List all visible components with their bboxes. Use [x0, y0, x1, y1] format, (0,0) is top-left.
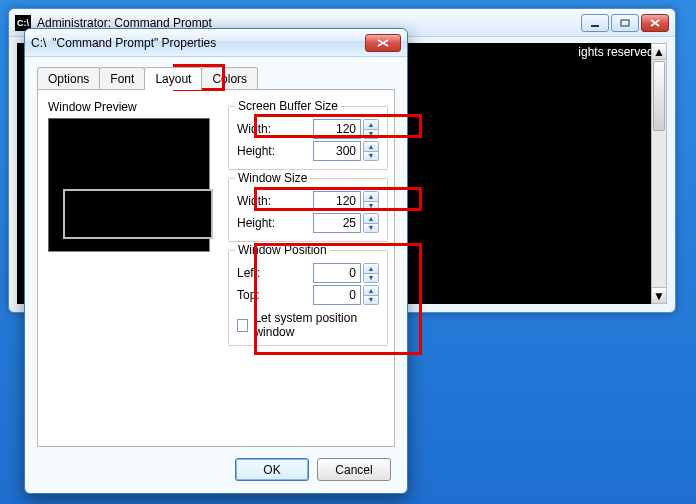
cancel-button[interactable]: Cancel	[317, 458, 391, 481]
spin-up-icon[interactable]: ▲	[364, 214, 378, 224]
sb-width-input[interactable]	[313, 119, 361, 139]
spin-up-icon[interactable]: ▲	[364, 264, 378, 274]
properties-dialog: C:\ "Command Prompt" Properties Options …	[24, 28, 408, 494]
close-button[interactable]	[641, 14, 669, 32]
group-window-size: Window Size Width: ▲▼ Height: ▲▼	[228, 178, 388, 242]
sb-height-spinner[interactable]: ▲▼	[363, 141, 379, 161]
tab-font[interactable]: Font	[99, 67, 145, 90]
spin-down-icon[interactable]: ▼	[364, 274, 378, 283]
spin-up-icon[interactable]: ▲	[364, 192, 378, 202]
wp-left-spinner[interactable]: ▲▼	[363, 263, 379, 283]
ok-button[interactable]: OK	[235, 458, 309, 481]
ws-legend: Window Size	[235, 171, 310, 185]
cmd-text: ights reserved.	[578, 45, 657, 59]
spin-down-icon[interactable]: ▼	[364, 152, 378, 161]
wp-checkbox[interactable]	[237, 319, 248, 332]
scroll-thumb[interactable]	[653, 61, 665, 131]
spin-down-icon[interactable]: ▼	[364, 130, 378, 139]
tab-layout[interactable]: Layout	[144, 67, 202, 90]
window-preview	[48, 118, 210, 252]
spin-up-icon[interactable]: ▲	[364, 142, 378, 152]
dialog-titlebar[interactable]: C:\ "Command Prompt" Properties	[25, 29, 407, 57]
cmd-icon: C:\	[31, 36, 46, 50]
wp-legend: Window Position	[235, 243, 330, 257]
maximize-button[interactable]	[611, 14, 639, 32]
spin-down-icon[interactable]: ▼	[364, 296, 378, 305]
tab-strip: Options Font Layout Colors	[37, 67, 257, 90]
ws-height-input[interactable]	[313, 213, 361, 233]
ws-width-spinner[interactable]: ▲▼	[363, 191, 379, 211]
group-screen-buffer: Screen Buffer Size Width: ▲▼ Height: ▲▼	[228, 106, 388, 170]
scroll-up-icon[interactable]: ▲	[652, 44, 666, 60]
svg-rect-1	[621, 20, 629, 26]
tab-content: Window Preview Screen Buffer Size Width:…	[37, 89, 395, 447]
dialog-close-button[interactable]	[365, 34, 401, 52]
sb-height-input[interactable]	[313, 141, 361, 161]
sb-width-spinner[interactable]: ▲▼	[363, 119, 379, 139]
ws-width-label: Width:	[237, 194, 271, 208]
sb-width-label: Width:	[237, 122, 271, 136]
minimize-button[interactable]	[581, 14, 609, 32]
ws-width-input[interactable]	[313, 191, 361, 211]
sb-height-label: Height:	[237, 144, 275, 158]
svg-rect-0	[591, 25, 599, 27]
wp-left-input[interactable]	[313, 263, 361, 283]
dialog-title: "Command Prompt" Properties	[52, 36, 359, 50]
tab-colors[interactable]: Colors	[201, 67, 258, 90]
wp-checkbox-label: Let system position window	[254, 311, 379, 339]
tab-options[interactable]: Options	[37, 67, 100, 90]
window-preview-console	[63, 189, 213, 239]
spin-up-icon[interactable]: ▲	[364, 286, 378, 296]
wp-top-label: Top:	[237, 288, 260, 302]
group-window-position: Window Position Left: ▲▼ Top: ▲▼ Let sys…	[228, 250, 388, 346]
screen-buffer-legend: Screen Buffer Size	[235, 99, 341, 113]
wp-checkbox-row[interactable]: Let system position window	[237, 311, 379, 339]
scroll-down-icon[interactable]: ▼	[652, 287, 666, 303]
ws-height-label: Height:	[237, 216, 275, 230]
spin-down-icon[interactable]: ▼	[364, 224, 378, 233]
wp-left-label: Left:	[237, 266, 260, 280]
wp-top-spinner[interactable]: ▲▼	[363, 285, 379, 305]
ws-height-spinner[interactable]: ▲▼	[363, 213, 379, 233]
cmd-scrollbar[interactable]: ▲ ▼	[651, 43, 667, 304]
spin-up-icon[interactable]: ▲	[364, 120, 378, 130]
wp-top-input[interactable]	[313, 285, 361, 305]
spin-down-icon[interactable]: ▼	[364, 202, 378, 211]
